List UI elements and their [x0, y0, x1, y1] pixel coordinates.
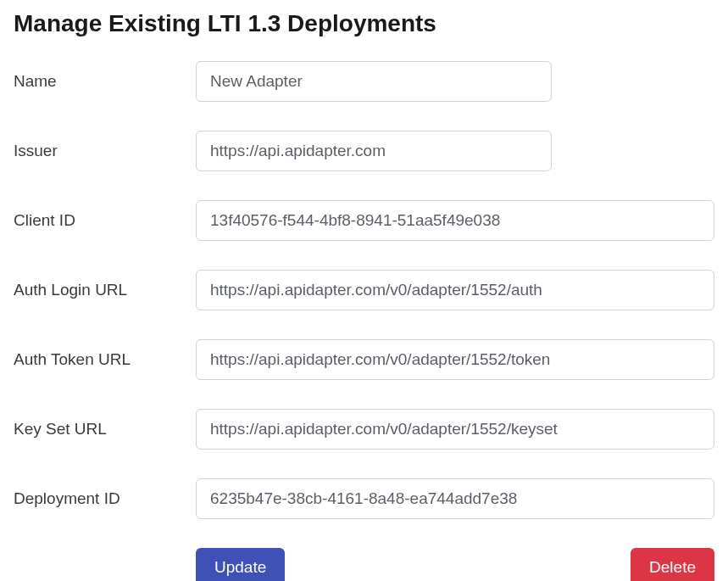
client-id-input[interactable]	[196, 200, 714, 241]
delete-button[interactable]: Delete	[631, 548, 714, 581]
auth-token-url-row: Auth Token URL	[14, 339, 714, 380]
deployment-id-input[interactable]	[196, 478, 714, 519]
auth-login-url-row: Auth Login URL	[14, 270, 714, 310]
deployment-id-label: Deployment ID	[14, 489, 196, 508]
name-input[interactable]	[196, 61, 552, 102]
issuer-label: Issuer	[14, 142, 196, 160]
update-button[interactable]: Update	[196, 548, 285, 581]
name-row: Name	[14, 61, 714, 102]
key-set-url-label: Key Set URL	[14, 420, 196, 439]
auth-login-url-label: Auth Login URL	[14, 281, 196, 299]
deployment-id-row: Deployment ID	[14, 478, 714, 519]
key-set-url-row: Key Set URL	[14, 409, 714, 450]
client-id-label: Client ID	[14, 211, 196, 230]
key-set-url-input[interactable]	[196, 409, 714, 450]
client-id-row: Client ID	[14, 200, 714, 241]
auth-token-url-label: Auth Token URL	[14, 350, 196, 369]
auth-token-url-input[interactable]	[196, 339, 714, 380]
button-row: Update Delete	[14, 548, 714, 581]
issuer-row: Issuer	[14, 131, 714, 171]
issuer-input[interactable]	[196, 131, 552, 171]
name-label: Name	[14, 72, 196, 91]
auth-login-url-input[interactable]	[196, 270, 714, 310]
page-title: Manage Existing LTI 1.3 Deployments	[14, 10, 714, 37]
